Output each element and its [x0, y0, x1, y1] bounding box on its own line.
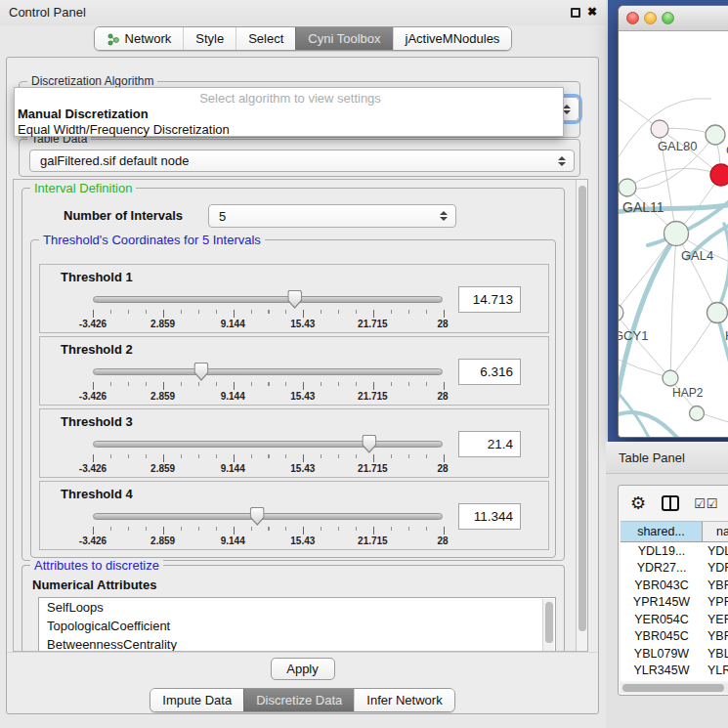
table-data-combobox[interactable]: galFiltered.sif default node	[29, 150, 575, 172]
network-window-titlebar[interactable]	[619, 6, 728, 31]
bottom-tab-group: Impute Data Discretize Data Infer Networ…	[150, 688, 454, 712]
node-hap2	[663, 370, 678, 386]
cell-name[interactable]: YBL0	[703, 647, 728, 661]
threshold-value-field[interactable]: 14.713	[458, 286, 521, 313]
slider-scale-labels: -3.426 2.859 9.144 15.43 21.715 28	[93, 463, 443, 475]
tab-select[interactable]: Select	[236, 27, 295, 50]
table-toolbar: ⚙ ☑ ☑	[619, 486, 728, 521]
slider-thumb[interactable]	[193, 363, 208, 381]
network-window[interactable]: GAL80 GA C GAL11 GAL4 GCY1 H HAP2	[618, 5, 728, 438]
cell-shared-name[interactable]: YER054C	[621, 613, 703, 626]
checkbox-select-icon[interactable]: ☑	[707, 497, 718, 510]
threshold-slider[interactable]: -3.426 2.859 9.144 15.43 21.715 28	[93, 433, 443, 476]
slider-track[interactable]	[93, 296, 443, 303]
cell-shared-name[interactable]: YDR27...	[621, 561, 703, 575]
scale-label: 9.144	[221, 463, 245, 474]
table-row[interactable]: YLR345W YLR3	[621, 663, 728, 680]
number-of-intervals-label: Number of Intervals	[64, 208, 183, 223]
slider-thumb[interactable]	[362, 435, 376, 453]
cell-shared-name[interactable]: YDL19...	[621, 544, 703, 558]
threshold-slider[interactable]: -3.426 2.859 9.144 15.43 21.715 28	[93, 288, 443, 331]
cell-name[interactable]: YBR0	[703, 578, 728, 592]
tab-jactivemnodules[interactable]: jActiveMNodules	[393, 27, 512, 50]
threshold-slider[interactable]: -3.426 2.859 9.144 15.43 21.715 28	[93, 361, 443, 404]
tab-network[interactable]: Network	[95, 27, 184, 50]
cell-shared-name[interactable]: YPR145W	[621, 595, 703, 609]
float-window-icon[interactable]	[571, 8, 580, 18]
cell-name[interactable]: YDR2	[703, 561, 728, 575]
combo-arrows-icon	[558, 156, 566, 166]
scale-label: 28	[437, 391, 448, 402]
threshold-value-field[interactable]: 21.4	[458, 431, 521, 457]
panel-title: Control Panel	[9, 5, 86, 20]
threshold-value-field[interactable]: 6.316	[458, 359, 521, 385]
column-header-name[interactable]: na	[703, 525, 728, 538]
mac-close-icon[interactable]	[626, 12, 639, 24]
cell-name[interactable]: YER0	[703, 613, 728, 626]
network-view[interactable]: GAL80 GA C GAL11 GAL4 GCY1 H HAP2	[619, 32, 728, 437]
table-row[interactable]: YER054C YER0	[621, 611, 728, 628]
table-panel-title: Table Panel	[619, 450, 685, 465]
numerical-attributes-list[interactable]: SelfLoops TopologicalCoefficient Between…	[38, 597, 556, 652]
tab-discretize-data[interactable]: Discretize Data	[243, 689, 354, 711]
apply-button[interactable]: Apply	[271, 658, 335, 680]
cell-shared-name[interactable]: YBR045C	[621, 629, 703, 643]
number-of-intervals-spinner[interactable]: 5	[208, 204, 456, 228]
tab-style[interactable]: Style	[183, 27, 236, 50]
node-label-gcy1: GCY1	[619, 328, 648, 343]
node-gcy1	[619, 304, 623, 321]
tab-impute-data[interactable]: Impute Data	[150, 689, 243, 711]
tab-label: jActiveMNodules	[406, 31, 500, 46]
checkbox-select-icon[interactable]: ☑	[694, 497, 706, 510]
gear-icon[interactable]: ⚙	[630, 494, 646, 512]
list-scrollbar[interactable]	[542, 599, 554, 652]
slider-track[interactable]	[93, 441, 443, 448]
table-row[interactable]: YDL19... YDL1	[621, 542, 728, 560]
slider-thumb[interactable]	[287, 290, 302, 309]
dropdown-option-placeholder[interactable]: Select algorithm to view settings	[15, 91, 563, 107]
scale-label: 21.715	[358, 319, 388, 329]
slider-scale-labels: -3.426 2.859 9.144 15.43 21.715 28	[93, 319, 443, 330]
threshold-value-field[interactable]: 11.344	[458, 503, 521, 530]
table-horizontal-scrollbar[interactable]	[621, 683, 728, 693]
split-view-icon[interactable]	[662, 495, 679, 511]
dropdown-option-manual-discretization[interactable]: Manual Discretization	[15, 107, 563, 122]
threshold-slider[interactable]: -3.426 2.859 9.144 15.43 21.715 28	[93, 505, 443, 548]
tab-infer-network[interactable]: Infer Network	[354, 689, 453, 711]
tab-label: Infer Network	[366, 693, 442, 707]
list-item[interactable]: SelfLoops	[39, 598, 555, 617]
close-panel-icon[interactable]: ✖	[587, 5, 597, 19]
list-item[interactable]: BetweennessCentrality	[39, 635, 555, 652]
table-panel: ⚙ ☑ ☑ shared... na YDL19... YDL1	[606, 475, 728, 728]
table-row[interactable]: YIL052C YIL0	[621, 679, 728, 681]
table-row[interactable]: YBL079W YBL0	[621, 645, 728, 663]
threshold-panel: Threshold 3 -3.426	[39, 408, 549, 478]
cell-name[interactable]: YLR3	[703, 664, 728, 677]
scale-label: 2.859	[150, 391, 175, 402]
cell-shared-name[interactable]: YBL079W	[621, 647, 703, 661]
slider-track[interactable]	[93, 513, 443, 520]
table-row[interactable]: YBR043C YBR0	[621, 577, 728, 594]
settings-vertical-scrollbar[interactable]	[576, 180, 588, 652]
bottom-tab-bar: Impute Data Discretize Data Infer Networ…	[7, 688, 598, 712]
cell-shared-name[interactable]: YBR043C	[621, 578, 703, 592]
slider-ticks	[93, 527, 444, 535]
tab-cyni-toolbox[interactable]: Cyni Toolbox	[295, 27, 392, 50]
spinner-value: 5	[209, 209, 226, 224]
mac-minimize-icon[interactable]	[644, 12, 657, 24]
dropdown-option-equal-width-frequency[interactable]: Equal Width/Frequency Discretization	[15, 122, 563, 138]
table-row[interactable]: YDR27... YDR2	[621, 560, 728, 578]
cell-name[interactable]: YPR1	[703, 595, 728, 609]
slider-ticks	[93, 310, 444, 318]
cell-shared-name[interactable]: YLR345W	[621, 664, 703, 677]
mac-zoom-icon[interactable]	[662, 12, 674, 24]
cell-name[interactable]: YBR0	[703, 629, 728, 643]
slider-ticks	[93, 382, 444, 390]
table-row[interactable]: YPR145W YPR1	[621, 594, 728, 612]
list-item[interactable]: TopologicalCoefficient	[39, 617, 555, 635]
cell-name[interactable]: YDL1	[703, 544, 728, 558]
slider-track[interactable]	[93, 368, 443, 375]
slider-thumb[interactable]	[250, 507, 265, 526]
column-header-shared-name[interactable]: shared...	[621, 522, 703, 541]
table-row[interactable]: YBR045C YBR0	[621, 628, 728, 646]
